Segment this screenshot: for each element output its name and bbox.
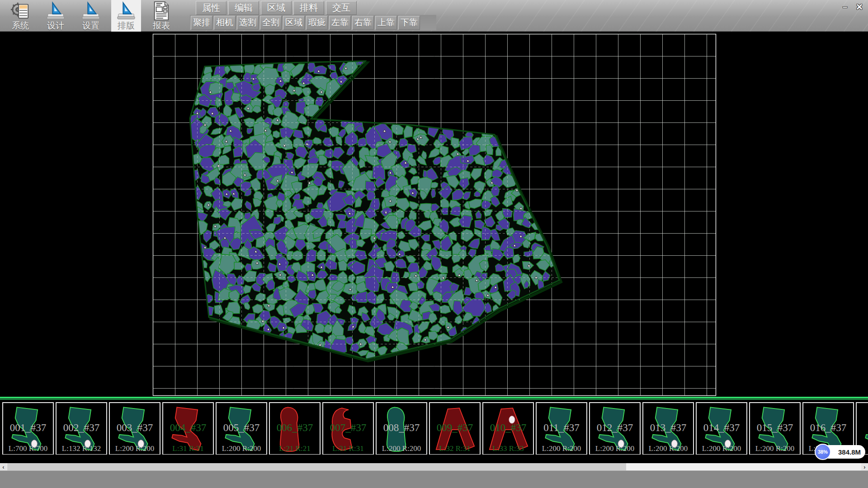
piece-lr-count: L:31 R:31 [163,444,213,453]
app-tab-bar: 系统 设计 设置 排版 [0,0,176,32]
nesting-setsquare-icon [116,1,137,21]
piece-code: 010_#37 [483,422,533,434]
piece-lr-count: L:200 R:200 [110,444,160,453]
menu-item-5[interactable]: 交互 [326,1,357,15]
tool-button-8[interactable]: 右靠 [352,16,374,30]
tool-button-4[interactable]: 全割 [260,16,282,30]
piece-thumbnail-12[interactable]: 012_#37 L:200 R:200 [589,402,641,455]
app-tab-4[interactable]: 排版 [111,0,141,32]
piece-filmstrip: 001_#37 L:700 R:700 002_#37 L:132 R:132 … [0,397,868,455]
tool-button-9[interactable]: 上靠 [375,16,397,30]
app-tab-label: 系统 [12,21,29,31]
piece-thumbnail-6[interactable]: 006_#37 L:21 R:21 [269,402,321,455]
filmstrip-accent-line [0,399,868,400]
nesting-canvas[interactable] [0,32,868,397]
tool-button-10[interactable]: 下靠 [398,16,420,30]
app-tab-5[interactable]: 报表 [146,0,176,32]
horizontal-scrollbar[interactable]: ‹ › [0,463,868,470]
app-tab-label: 报表 [153,21,170,31]
piece-code: 003_#37 [110,422,160,434]
piece-code: 013_#37 [643,422,693,434]
piece-lr-count: L:200 R:200 [537,444,586,453]
app-tab-2[interactable]: 设计 [41,0,71,32]
piece-thumbnail-2[interactable]: 002_#37 L:132 R:132 [56,402,107,455]
piece-thumbnail-3[interactable]: 003_#37 L:200 R:200 [109,402,160,455]
piece-thumbnail-15[interactable]: 015_#37 L:200 R:200 [749,402,801,455]
menu-item-4[interactable]: 排料 [293,1,324,15]
tool-bar: 聚排相机选割全割区域瑕疵左靠右靠上靠下靠 [190,15,436,30]
app-tab-label: 排版 [118,21,135,31]
tool-button-2[interactable]: 相机 [214,16,236,30]
piece-thumbnail-5[interactable]: 005_#37 L:200 R:200 [216,402,267,455]
piece-lr-count: L:200 R:200 [217,444,266,453]
settings-setsquare-icon [80,1,101,21]
app-tab-label: 设置 [82,21,99,31]
piece-code: 002_#37 [57,422,106,434]
piece-thumbnail-7[interactable]: 007_#37 L:31 R:31 [322,402,374,455]
design-setsquare-icon [45,1,66,21]
piece-thumbnail-4[interactable]: 004_#37 L:31 R:31 [162,402,214,455]
piece-lr-count: L:32 R:31 [430,444,480,453]
piece-lr-count: L:132 R:132 [57,444,106,453]
tool-button-7[interactable]: 左靠 [329,16,351,30]
piece-thumbnail-14[interactable]: 014_#37 L:200 R:200 [696,402,747,455]
titlebar: 系统 设计 设置 排版 [0,0,868,32]
piece-code: 001_#37 [3,422,53,434]
piece-code: 016_#37 [803,422,853,434]
scroll-left-icon[interactable]: ‹ [0,463,7,470]
piece-lr-count: L:31 R:31 [323,444,373,453]
piece-lr-count: L:200 R:200 [590,444,640,453]
piece-code: 007_#37 [323,422,373,434]
app-tab-3[interactable]: 设置 [76,0,106,32]
piece-thumbnail-11[interactable]: 011_#37 L:200 R:200 [536,402,587,455]
close-button[interactable]: ✕ [853,1,866,13]
piece-lr-count: L:200 R:200 [697,444,746,453]
minimize-button[interactable]: – [838,1,852,13]
tool-button-1[interactable]: 聚排 [191,16,212,30]
memory-badge: 384.8M 38% [815,444,868,460]
window-controls: – ✕ [837,1,866,13]
piece-code: 014_#37 [697,422,746,434]
piece-thumbnail-10[interactable]: 010_#37 L:33 R:33 [482,402,534,455]
system-gear-icon [10,1,31,21]
piece-code: 015_#37 [750,422,800,434]
piece-thumbnail-8[interactable]: 008_#37 L:200 R:200 [376,402,427,455]
menu-item-1[interactable]: 属性 [196,1,226,15]
tool-button-3[interactable]: 选割 [237,16,259,30]
menu-item-2[interactable]: 编辑 [228,1,259,15]
scrollbar-thumb[interactable] [7,463,626,470]
tool-button-5[interactable]: 区域 [283,16,305,30]
piece-lr-count: L:33 R:33 [483,444,533,453]
piece-lr-count: L:200 R:200 [377,444,426,453]
piece-thumbnail-1[interactable]: 001_#37 L:700 R:700 [2,402,54,455]
tool-button-6[interactable]: 瑕疵 [306,16,328,30]
app-tab-1[interactable]: 系统 [5,0,35,32]
piece-code: 011_#37 [537,422,586,434]
report-document-icon [151,1,172,21]
piece-lr-count: L:21 R:21 [270,444,320,453]
piece-thumbnail-13[interactable]: 013_#37 L:200 R:200 [642,402,694,455]
piece-code: 004_#37 [163,422,213,434]
menu-bar: 属性编辑区域排料交互 [196,1,359,15]
menu-item-3[interactable]: 区域 [261,1,292,15]
app-tab-label: 设计 [47,21,64,31]
piece-code: 009_#37 [430,422,480,434]
piece-code: 012_#37 [590,422,640,434]
piece-lr-count: L:700 R:700 [3,444,53,453]
piece-lr-count: L:200 R:200 [643,444,693,453]
scroll-right-icon[interactable]: › [861,463,868,470]
piece-code: 005_#37 [217,422,266,434]
status-bar [0,470,868,488]
piece-lr-count: L:200 R:200 [750,444,800,453]
piece-code: 006_#37 [270,422,320,434]
piece-thumbnail-9[interactable]: 009_#37 L:32 R:31 [429,402,481,455]
piece-code: 008_#37 [377,422,426,434]
piece-code: 0 [857,422,868,434]
progress-percent-badge: 38% [815,444,831,460]
